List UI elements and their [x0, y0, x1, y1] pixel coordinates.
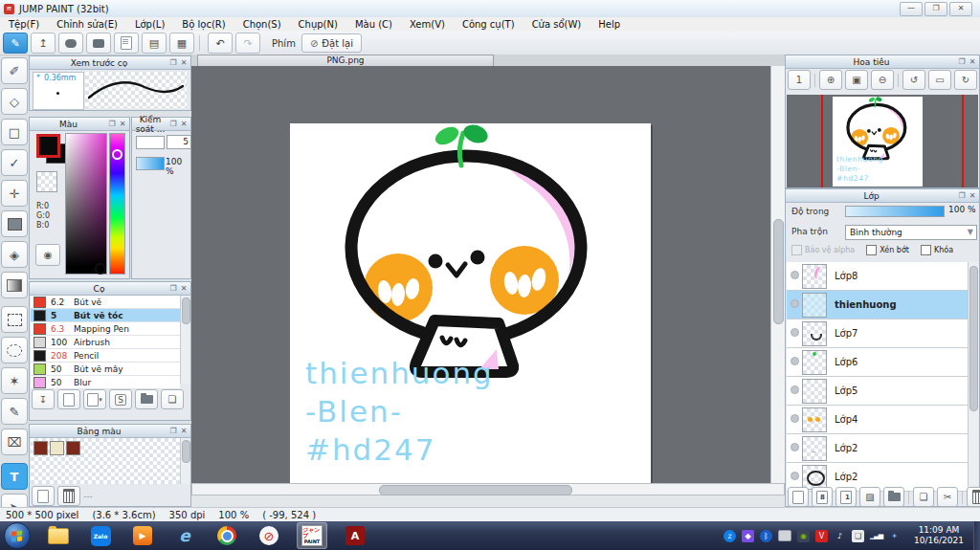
media-player-taskbar-button[interactable]: ▶ — [128, 523, 157, 548]
adobe-reader-taskbar-button[interactable]: A — [341, 523, 369, 548]
reset-rotation-button[interactable]: ▭ — [928, 70, 951, 90]
zoom-100-button[interactable]: 1 — [788, 70, 811, 90]
close-button[interactable]: ✕ — [949, 2, 972, 16]
scroll-thumb[interactable] — [969, 266, 978, 411]
fit-view-button[interactable]: ▣ — [845, 70, 868, 90]
foreground-color-swatch[interactable] — [36, 134, 60, 158]
taskbar-clock[interactable]: 11:09 AM 10/16/2021 — [908, 525, 969, 546]
jump-paint-taskbar-button[interactable]: ジャンプ PAINT — [297, 522, 327, 549]
menu-tep[interactable]: Tệp(F) — [0, 19, 48, 30]
menu-cua-so[interactable]: Cửa sổ(W) — [523, 19, 590, 30]
layer-row[interactable]: Lớp7 — [787, 319, 968, 348]
saturation-value-field[interactable] — [65, 133, 107, 275]
clipping-checkbox[interactable]: Xén bớt — [866, 245, 909, 255]
brush-type-button[interactable]: ▾ — [83, 389, 106, 409]
close-icon[interactable]: ✕ — [968, 191, 977, 200]
zalo-tray-icon[interactable]: Z — [724, 530, 736, 542]
palette-swatch[interactable] — [50, 441, 64, 455]
halftone-layer-button[interactable]: ▨ — [859, 487, 880, 507]
canvas-vertical-scrollbar[interactable] — [770, 66, 785, 483]
comment-button[interactable] — [58, 33, 83, 54]
layer-list-scrollbar[interactable] — [968, 262, 979, 486]
layer-visibility-toggle[interactable] — [787, 414, 802, 425]
close-icon[interactable]: ✕ — [179, 427, 189, 435]
menu-xem[interactable]: Xem(V) — [401, 19, 454, 30]
popout-icon[interactable]: ❐ — [957, 191, 967, 200]
minimize-button[interactable]: — — [900, 2, 923, 16]
caption-button[interactable] — [86, 33, 111, 54]
select-eraser-tool[interactable]: ⌧ — [1, 429, 28, 455]
zoom-in-button[interactable]: ⊕ — [819, 70, 842, 90]
layer-row[interactable]: Lớp8 — [787, 262, 968, 291]
layer-row[interactable]: Lớp5 — [787, 377, 968, 406]
brush-folder-button[interactable] — [135, 389, 158, 409]
shape-rect-tool[interactable]: □ — [1, 119, 28, 145]
brush-row-selected[interactable]: 5 Bút vẽ tóc — [31, 309, 180, 322]
popout-icon[interactable]: ❐ — [107, 120, 117, 128]
monitor-tray-icon[interactable] — [778, 530, 791, 541]
layer-visibility-toggle[interactable] — [787, 299, 802, 310]
chrome-taskbar-button[interactable] — [212, 523, 241, 548]
bucket-tool[interactable]: ◈ — [1, 241, 28, 268]
blend-mode-select[interactable]: Bình thường ▼ — [845, 225, 977, 240]
close-icon[interactable]: ✕ — [118, 120, 127, 128]
select-rect-tool[interactable] — [1, 306, 28, 333]
new-layer-button[interactable] — [788, 487, 809, 507]
brush-row[interactable]: 6.3 Mapping Pen — [31, 322, 180, 336]
explorer-taskbar-button[interactable] — [44, 523, 73, 548]
transparent-color-swatch[interactable] — [36, 171, 57, 192]
curve-tool[interactable]: ✓ — [1, 149, 28, 176]
text-tool[interactable]: T — [1, 463, 28, 490]
brush-size-slider[interactable] — [136, 136, 165, 149]
layer-visibility-toggle[interactable] — [787, 328, 802, 339]
add-palette-color-button[interactable] — [32, 486, 55, 506]
select-pen-tool[interactable]: ✎ — [1, 398, 28, 425]
layer-visibility-toggle[interactable] — [787, 357, 802, 367]
new-brush-button[interactable] — [57, 389, 80, 409]
new-1bit-layer-button[interactable]: 1 — [835, 487, 857, 507]
palette-scrollbar[interactable] — [180, 438, 190, 484]
layer-visibility-toggle[interactable] — [787, 385, 802, 396]
volume-tray-icon[interactable]: ♪ — [834, 530, 846, 542]
magic-wand-tool[interactable]: ✶ — [1, 367, 28, 394]
scroll-thumb[interactable] — [182, 440, 190, 463]
merge-layer-button[interactable]: ✂ — [937, 487, 958, 507]
popout-icon[interactable]: ❐ — [168, 284, 178, 293]
rotate-cw-button[interactable]: ↻ — [954, 70, 977, 90]
close-icon[interactable]: ✕ — [179, 120, 189, 128]
menu-help[interactable]: Help — [590, 19, 629, 30]
brush-list-scrollbar[interactable] — [180, 296, 190, 384]
palette-swatch[interactable] — [33, 441, 48, 455]
restore-button[interactable]: ❐ — [924, 2, 947, 16]
canvas-horizontal-scrollbar[interactable] — [191, 483, 785, 495]
menu-bo-loc[interactable]: Bộ lọc(R) — [173, 19, 234, 30]
reset-button[interactable]: ⊘ Đặt lại — [301, 33, 362, 53]
navigator-thumbnail[interactable] — [833, 97, 923, 187]
lasso-tool[interactable] — [1, 337, 28, 363]
scroll-thumb[interactable] — [182, 297, 190, 324]
popout-icon[interactable]: ❐ — [168, 58, 178, 67]
scroll-thumb[interactable] — [379, 485, 572, 495]
menu-cong-cu[interactable]: Công cụ(T) — [454, 19, 523, 30]
menu-lop[interactable]: Lớp(L) — [126, 19, 173, 30]
artboard[interactable]: thienhuong -Blen- #hd247 — [290, 123, 651, 483]
blocked-app-taskbar-button[interactable]: ⊘ — [255, 523, 283, 548]
show-desktop-button[interactable] — [973, 521, 980, 550]
palette-dialog-button[interactable]: ◉ — [35, 244, 60, 266]
bluetooth-tray-icon[interactable]: ᛒ — [760, 530, 772, 542]
popout-icon[interactable]: ❐ — [168, 120, 178, 128]
popout-icon[interactable]: ❐ — [168, 427, 178, 435]
move-tool[interactable]: ✛ — [1, 180, 28, 207]
layer-folder-button[interactable] — [883, 487, 904, 507]
layer-visibility-toggle[interactable] — [787, 443, 802, 453]
rotate-ccw-button[interactable]: ↺ — [902, 70, 925, 90]
publish-button[interactable]: ↥ — [31, 33, 56, 54]
undo-button[interactable]: ↶ — [208, 33, 233, 54]
eraser-tool[interactable]: ◇ — [1, 88, 28, 115]
script-brush-button[interactable]: S — [109, 389, 132, 409]
palette-swatch-area[interactable] — [31, 438, 180, 484]
document-tab[interactable]: PNG.png — [197, 55, 494, 66]
zoom-out-button[interactable]: ⊖ — [871, 70, 894, 90]
close-icon[interactable]: ✕ — [968, 57, 977, 66]
sv-marker[interactable] — [95, 263, 106, 275]
